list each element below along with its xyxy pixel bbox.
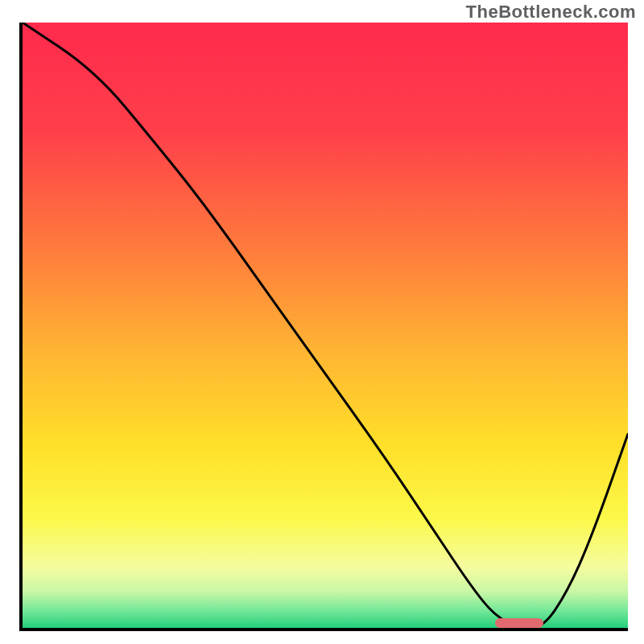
bottleneck-curve (23, 23, 628, 628)
watermark-text: TheBottleneck.com (466, 2, 636, 23)
optimal-marker (495, 618, 543, 628)
chart-frame: TheBottleneck.com (0, 0, 644, 644)
plot-area (19, 23, 628, 631)
